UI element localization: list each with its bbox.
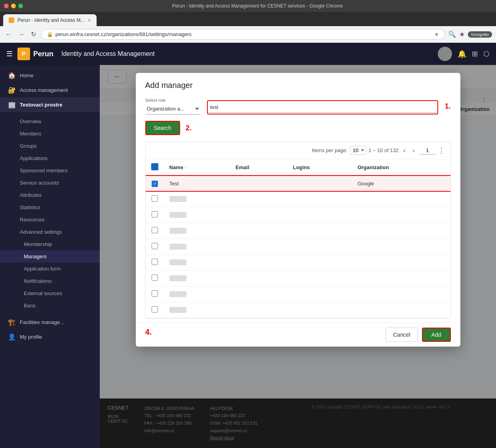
sidebar-item-managers[interactable]: Managers (0, 250, 100, 263)
logout-icon[interactable]: ⬡ (483, 50, 490, 58)
th-email: Email (230, 159, 287, 176)
modal-footer: 4. Cancel Add (136, 322, 460, 347)
sidebar-item-my-profile[interactable]: 👤 My profile (0, 330, 100, 344)
row-checkbox-cell[interactable] (146, 286, 164, 302)
table-row[interactable] (146, 286, 450, 302)
page-number-input[interactable] (420, 147, 435, 154)
notification-icon[interactable]: 🔔 (458, 50, 466, 58)
active-tab[interactable]: Perun - Identity and Access M... ✕ (3, 14, 97, 26)
bookmark-icon[interactable]: ★ (459, 31, 465, 38)
row-checkbox[interactable] (152, 290, 158, 297)
row-checkbox[interactable] (152, 227, 158, 233)
refresh-nav-btn[interactable]: ↻ (29, 29, 38, 40)
row-organization (352, 223, 450, 238)
address-bar[interactable]: 🔒 perun.einfra.cesnet.cz/organizations/6… (41, 29, 445, 40)
user-avatar[interactable] (438, 47, 452, 61)
sidebar-item-statistics[interactable]: Statistics (0, 201, 100, 214)
row-checkbox-cell[interactable] (146, 238, 164, 254)
tab-close-btn[interactable]: ✕ (87, 18, 91, 23)
sidebar-item-members[interactable]: Members (0, 128, 100, 140)
role-select[interactable]: Organization a... (145, 103, 201, 114)
sidebar-item-attributes[interactable]: Attributes (0, 189, 100, 201)
row-organization (352, 238, 450, 254)
table-more-btn[interactable]: ⋮ (438, 146, 445, 155)
sidebar-item-service-accounts[interactable]: Service accounts (0, 177, 100, 189)
search-input[interactable] (209, 102, 437, 113)
header-checkbox[interactable] (151, 163, 158, 170)
row-checkbox-cell[interactable] (146, 223, 164, 238)
sidebar-item-applications[interactable]: Applications (0, 152, 100, 164)
step2-label: 2. (186, 124, 192, 132)
sidebar-item-access[interactable]: 🔐 Access management (0, 83, 100, 97)
sort-asc-icon[interactable]: ↑ (185, 165, 187, 170)
row-checkbox[interactable] (152, 259, 158, 265)
row-checkbox-cell[interactable] (146, 207, 164, 223)
sidebar-item-groups[interactable]: Groups (0, 140, 100, 152)
sidebar-item-advanced-settings[interactable]: Advanced settings (0, 226, 100, 238)
row-checkbox[interactable] (152, 195, 158, 202)
sidebar-item-sponsored[interactable]: Sponsored members (0, 164, 100, 177)
row-checkbox[interactable] (152, 243, 158, 249)
th-checkbox (146, 159, 164, 176)
sidebar-bottom-nav: 🏗️ Facilities manage... 👤 My profile (0, 312, 100, 347)
close-window-btn[interactable] (4, 4, 9, 8)
row-checkbox-cell[interactable] (146, 270, 164, 286)
row-email (230, 254, 287, 270)
row-checkbox-cell[interactable] (146, 254, 164, 270)
table-row[interactable] (146, 207, 450, 223)
hamburger-menu-btn[interactable]: ☰ (6, 50, 13, 58)
browser-title-bar: Perun - Identity and Access Management f… (0, 0, 496, 12)
sidebar-item-home[interactable]: 🏠 Home (0, 68, 100, 83)
table-row[interactable] (146, 191, 450, 207)
row-organization (352, 286, 450, 302)
table-row[interactable] (146, 223, 450, 238)
row-checkbox-cell[interactable] (146, 191, 164, 207)
search-button[interactable]: Search (145, 121, 180, 135)
table-row[interactable] (146, 270, 450, 286)
next-page-btn[interactable]: › (410, 146, 417, 155)
sidebar-item-external-sources[interactable]: External sources (0, 287, 100, 299)
table-row[interactable] (146, 254, 450, 270)
browser-tab-bar: Perun - Identity and Access M... ✕ (0, 12, 496, 26)
table-row[interactable] (146, 302, 450, 318)
row-checkbox-cell[interactable]: ✓ (146, 176, 164, 191)
row-logins (287, 270, 352, 286)
row-organization (352, 207, 450, 223)
minimize-window-btn[interactable] (11, 4, 16, 8)
maximize-window-btn[interactable] (18, 4, 23, 8)
sidebar-item-overview[interactable]: Overview (0, 115, 100, 128)
sidebar-item-access-label: Access management (20, 87, 68, 93)
sidebar-item-membership[interactable]: Membership (0, 238, 100, 250)
checkbox-checked-icon[interactable]: ✓ (152, 181, 158, 187)
incognito-badge: Incognito (468, 31, 492, 38)
items-per-page-select[interactable]: 10 (350, 146, 366, 155)
table-row[interactable] (146, 238, 450, 254)
tab-label: Perun - Identity and Access M... (17, 17, 84, 23)
sidebar-item-facilities[interactable]: 🏗️ Facilities manage... (0, 315, 100, 330)
sidebar-item-notifications[interactable]: Notifications (0, 275, 100, 287)
row-email (230, 176, 287, 191)
row-checkbox-cell[interactable] (146, 302, 164, 318)
sidebar-item-bans[interactable]: Bans (0, 299, 100, 312)
sidebar-item-testovaci-label: Testovaci prostre (20, 102, 62, 108)
row-logins (287, 223, 352, 238)
prev-page-btn[interactable]: ‹ (401, 146, 408, 155)
row-organization (352, 302, 450, 318)
row-checkbox[interactable] (152, 211, 158, 217)
search-icon[interactable]: 🔍 (448, 31, 456, 38)
sidebar-item-application-form[interactable]: Application form (0, 263, 100, 275)
browser-nav-bar: ← → ↻ 🔒 perun.einfra.cesnet.cz/organizat… (0, 26, 496, 43)
add-button[interactable]: Add (422, 328, 451, 342)
row-logins (287, 302, 352, 318)
table-row[interactable]: ✓ Test Google (146, 176, 450, 191)
forward-nav-btn[interactable]: → (17, 29, 26, 40)
row-logins (287, 238, 352, 254)
back-nav-btn[interactable]: ← (4, 29, 13, 40)
apps-icon[interactable]: ⊞ (472, 50, 478, 58)
cancel-button[interactable]: Cancel (386, 328, 418, 342)
sidebar-item-testovaci[interactable]: 🏢 Testovaci prostre (0, 97, 100, 112)
row-checkbox[interactable] (152, 306, 158, 313)
row-checkbox[interactable] (152, 275, 158, 281)
sidebar-item-resources[interactable]: Resources (0, 214, 100, 226)
modal-overlay: Add manager Select role Organization a..… (100, 65, 496, 448)
